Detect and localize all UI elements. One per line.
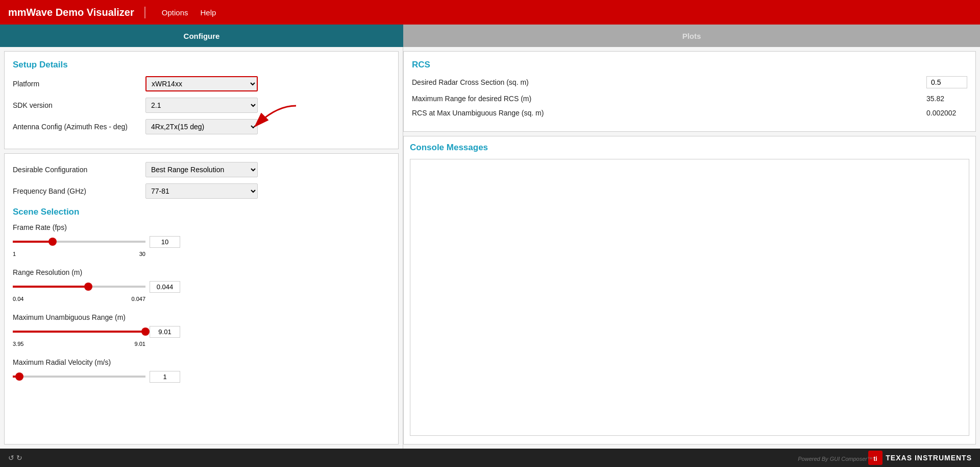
platform-row: Platform xWR14xx xWR16xx xWR18xx xWR68xx (13, 76, 390, 91)
frequency-control: 77-81 76-77 (145, 183, 390, 199)
right-panel: RCS Desired Radar Cross Section (sq. m) … (403, 47, 980, 449)
antenna-row: Antenna Config (Azimuth Res - deg) 4Rx,2… (13, 119, 390, 134)
max-range-max: 9.01 (135, 341, 145, 347)
app-title: mmWave Demo Visualizer (8, 7, 145, 18)
max-velocity-track-area[interactable] (13, 369, 145, 384)
frame-rate-slider-outer: 1 30 10 (13, 235, 390, 249)
range-res-min: 0.04 (13, 296, 23, 302)
range-resolution-label: Range Resolution (m) (13, 268, 390, 276)
max-range-slider-outer: 3.95 9.01 9.01 (13, 324, 390, 339)
max-range-row: Maximum Unambiguous Range (m) 3.95 9.01 … (13, 313, 390, 339)
range-resolution-track-area[interactable]: 0.04 0.047 (13, 279, 145, 294)
bottom-left: ↺ ↻ (8, 454, 22, 462)
rcs-title: RCS (412, 60, 967, 70)
console-area (410, 159, 969, 436)
console-title: Console Messages (410, 143, 969, 153)
tab-configure[interactable]: Configure (0, 25, 403, 47)
bottombar: ↺ ↻ Powered By GUI Composer™ ti TEXAS IN… (0, 449, 980, 467)
desirable-label: Desirable Configuration (13, 166, 145, 174)
frequency-label: Frequency Band (GHz) (13, 187, 145, 195)
max-range-track-area[interactable]: 3.95 9.01 (13, 324, 145, 339)
sdk-row: SDK version 2.1 2.0 1.2 (13, 98, 390, 113)
frequency-select[interactable]: 77-81 76-77 (145, 183, 258, 199)
console-section: Console Messages (403, 136, 976, 445)
antenna-control: 4Rx,2Tx(15 deg) 2Rx,1Tx(30 deg) 1Rx,1Tx(… (145, 119, 390, 134)
frame-rate-row: Frame Rate (fps) 1 30 10 (13, 223, 390, 249)
max-velocity-value[interactable]: 1 (150, 371, 180, 383)
max-range-value[interactable]: 9.01 (150, 326, 180, 338)
topbar: mmWave Demo Visualizer Options Help (0, 0, 980, 25)
svg-text:ti: ti (874, 455, 877, 462)
powered-by: Powered By GUI Composer™ (798, 456, 873, 462)
left-panel: Setup Details Platform xWR14xx xWR16xx x… (0, 47, 403, 449)
scene-selection-title: Scene Selection (13, 207, 390, 217)
desirable-control: Best Range Resolution Best Velocity Reso… (145, 162, 390, 177)
desired-rcs-row: Desired Radar Cross Section (sq. m) (412, 76, 967, 88)
platform-label: Platform (13, 80, 145, 88)
setup-details-section: Setup Details Platform xWR14xx xWR16xx x… (4, 51, 399, 149)
frame-rate-track-area[interactable]: 1 30 (13, 235, 145, 249)
max-range-rcs-value: 35.82 (926, 95, 967, 103)
rcs-at-max-value: 0.002002 (926, 109, 967, 117)
antenna-label: Antenna Config (Azimuth Res - deg) (13, 123, 145, 131)
platform-control: xWR14xx xWR16xx xWR18xx xWR68xx (145, 76, 390, 91)
max-velocity-slider-outer: 1 (13, 369, 390, 384)
desired-rcs-input[interactable] (926, 76, 967, 88)
max-velocity-label: Maximum Radial Velocity (m/s) (13, 358, 390, 366)
range-resolution-slider-outer: 0.04 0.047 0.044 (13, 279, 390, 294)
desirable-row: Desirable Configuration Best Range Resol… (13, 162, 390, 177)
rcs-at-max-label: RCS at Max Unambiguous Range (sq. m) (412, 109, 926, 117)
frame-rate-value[interactable]: 10 (150, 236, 180, 248)
frame-rate-max: 30 (139, 251, 145, 257)
ti-logo-text: TEXAS INSTRUMENTS (886, 454, 972, 462)
desired-rcs-label: Desired Radar Cross Section (sq. m) (412, 78, 926, 86)
ti-logo-area: ti TEXAS INSTRUMENTS (868, 451, 972, 465)
rcs-at-max-row: RCS at Max Unambiguous Range (sq. m) 0.0… (412, 109, 967, 117)
platform-select[interactable]: xWR14xx xWR16xx xWR18xx xWR68xx (145, 76, 258, 91)
max-velocity-row: Maximum Radial Velocity (m/s) 1 (13, 358, 390, 384)
options-menu[interactable]: Options (162, 8, 188, 17)
frequency-row: Frequency Band (GHz) 77-81 76-77 (13, 183, 390, 199)
bottom-right: ti TEXAS INSTRUMENTS (868, 451, 972, 465)
tabbar: Configure Plots (0, 25, 980, 47)
frame-rate-min: 1 (13, 251, 16, 257)
refresh-icon[interactable]: ↺ ↻ (8, 454, 22, 462)
max-range-rcs-label: Maximum Range for desired RCS (m) (412, 95, 926, 103)
help-menu[interactable]: Help (200, 8, 216, 17)
rcs-section: RCS Desired Radar Cross Section (sq. m) … (403, 51, 976, 132)
sdk-control: 2.1 2.0 1.2 (145, 98, 390, 113)
sdk-select[interactable]: 2.1 2.0 1.2 (145, 98, 258, 113)
max-range-label: Maximum Unambiguous Range (m) (13, 313, 390, 321)
desirable-select[interactable]: Best Range Resolution Best Velocity Reso… (145, 162, 258, 177)
sdk-label: SDK version (13, 101, 145, 109)
tab-plots[interactable]: Plots (403, 25, 980, 47)
antenna-select[interactable]: 4Rx,2Tx(15 deg) 2Rx,1Tx(30 deg) 1Rx,1Tx(… (145, 119, 258, 134)
setup-details-title: Setup Details (13, 60, 390, 70)
range-resolution-row: Range Resolution (m) 0.04 0.047 0.044 (13, 268, 390, 294)
max-range-min: 3.95 (13, 341, 23, 347)
range-res-max: 0.047 (131, 296, 145, 302)
main-content: Setup Details Platform xWR14xx xWR16xx x… (0, 47, 980, 449)
config-section: Desirable Configuration Best Range Resol… (4, 153, 399, 445)
frame-rate-label: Frame Rate (fps) (13, 223, 390, 231)
range-resolution-value[interactable]: 0.044 (150, 281, 180, 293)
max-range-rcs-row: Maximum Range for desired RCS (m) 35.82 (412, 95, 967, 103)
